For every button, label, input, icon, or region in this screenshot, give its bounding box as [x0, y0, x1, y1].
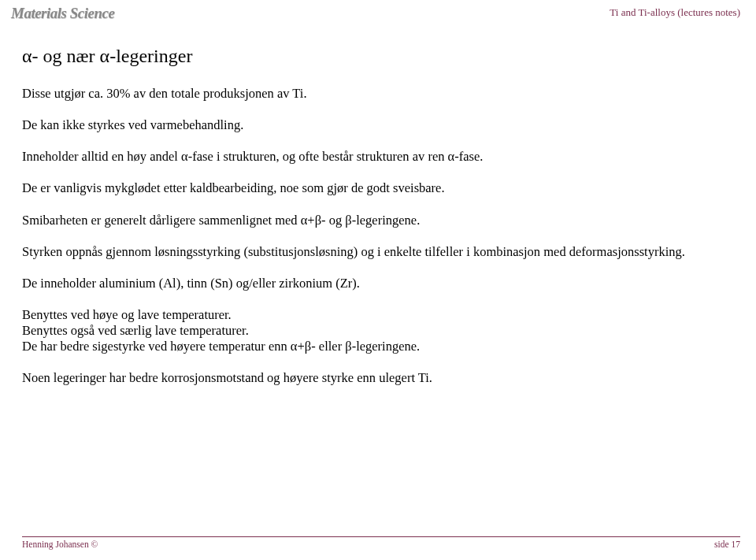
paragraph: Disse utgjør ca. 30% av den totale produ… [22, 86, 734, 102]
page-content: α- og nær α-legeringer Disse utgjør ca. … [22, 46, 734, 386]
paragraph: Benyttes ved høye og lave temperaturer. [22, 307, 734, 323]
header-subject: Ti and Ti-alloys (lectures notes) [610, 6, 740, 19]
header-journal: Materials Science [11, 5, 114, 22]
paragraph: De har bedre sigestyrke ved høyere tempe… [22, 339, 734, 354]
footer-page-number: side 17 [714, 540, 740, 549]
paragraph: Styrken oppnås gjennom løsningsstyrking … [22, 244, 734, 260]
section-title: α- og nær α-legeringer [22, 46, 734, 67]
paragraph: Inneholder alltid en høy andel α-fase i … [22, 149, 734, 165]
paragraph: Benyttes også ved særlig lave temperatur… [22, 323, 734, 339]
footer-author: Henning Johansen © [22, 540, 98, 549]
paragraph: De inneholder aluminium (Al), tinn (Sn) … [22, 276, 734, 291]
paragraph: Noen legeringer har bedre korrosjonsmots… [22, 370, 734, 386]
paragraph: Smibarheten er generelt dårligere sammen… [22, 213, 734, 228]
paragraph: De kan ikke styrkes ved varmebehandling. [22, 117, 734, 133]
footer: Henning Johansen © side 17 [22, 536, 740, 549]
paragraph: De er vanligvis mykglødet etter kaldbear… [22, 180, 734, 196]
